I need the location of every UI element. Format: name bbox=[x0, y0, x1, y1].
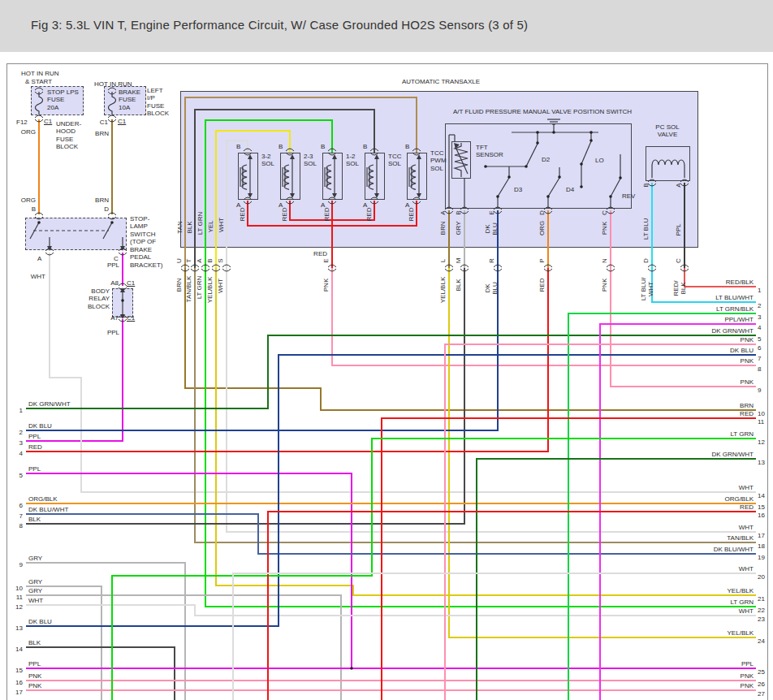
right-stub-number: 7 bbox=[758, 355, 761, 362]
diagram-label: ORG bbox=[538, 221, 546, 235]
diagram-label: A bbox=[196, 258, 203, 262]
right-stub-label: YEL/BLK bbox=[624, 629, 754, 637]
stop-lamp-switch-box bbox=[25, 218, 127, 250]
right-stub-label: PPL/WHT bbox=[624, 316, 754, 323]
wire-ppl bbox=[122, 319, 123, 442]
wire-yel_blk bbox=[448, 268, 450, 638]
wire-ppl_dk bbox=[684, 183, 685, 268]
solenoid-2-3 bbox=[280, 153, 300, 200]
left-stub-label: GRY bbox=[28, 587, 42, 594]
wire-yel bbox=[215, 130, 217, 268]
wire-lt_grn bbox=[371, 438, 373, 577]
wire-brn bbox=[111, 119, 113, 214]
tft-sensor-box bbox=[451, 141, 471, 179]
diagram-label: U bbox=[175, 258, 183, 263]
diagram-label: BLK bbox=[186, 221, 193, 233]
diagram-label: N bbox=[601, 258, 608, 263]
wire-lt_grn bbox=[205, 268, 206, 607]
diagram-label: 2-3 SOL bbox=[304, 153, 317, 168]
right-stub-label: ORG/BLK bbox=[624, 495, 754, 503]
right-stub-number: 17 bbox=[758, 532, 765, 539]
diagram-label: B bbox=[363, 143, 367, 150]
right-stub-label: RED bbox=[624, 503, 754, 511]
right-stub-number: 27 bbox=[758, 690, 765, 698]
wire-wht bbox=[226, 140, 227, 268]
left-stub-number: 2 bbox=[5, 429, 23, 436]
diagram-label: PNK bbox=[601, 222, 608, 235]
wire-gry bbox=[101, 585, 102, 700]
diagram-label: TAN/BLK bbox=[185, 276, 192, 303]
diagram-label: LT BLU bbox=[642, 218, 650, 240]
diagram-label: TAN bbox=[176, 221, 184, 233]
wire-lt_grn bbox=[111, 575, 373, 577]
right-stub-label: PNK bbox=[624, 357, 754, 365]
wire-red bbox=[381, 417, 382, 700]
diagram-label: YEL/BLK bbox=[206, 277, 214, 303]
left-stub-number: 3 bbox=[5, 439, 23, 447]
left-stub-number: 13 bbox=[5, 624, 23, 632]
wire-wht bbox=[226, 140, 248, 141]
right-stub-number: 11 bbox=[758, 418, 764, 426]
diagram-label: HOT IN RUN bbox=[21, 70, 59, 77]
left-stub-number: 11 bbox=[5, 594, 23, 601]
wire-wht bbox=[226, 268, 227, 533]
diagram-label: AUTOMATIC TRANSAXLE bbox=[319, 78, 563, 85]
right-stub-label: TAN/BLK bbox=[624, 534, 754, 542]
diagram-label: RED bbox=[323, 208, 330, 222]
diagram-label: C1 bbox=[127, 314, 135, 322]
left-stub-label: PPL bbox=[28, 433, 41, 440]
right-stub-number: 9 bbox=[758, 387, 761, 394]
left-stub-label: GRY bbox=[28, 555, 42, 562]
diagram-label: YEL bbox=[207, 220, 214, 232]
right-stub-number: 15 bbox=[758, 503, 765, 511]
wire-dk_blu bbox=[26, 625, 279, 627]
diagram-label: P bbox=[538, 258, 546, 262]
right-stub-number: 2 bbox=[758, 302, 761, 309]
right-stub-label: PNK bbox=[624, 672, 754, 680]
left-stub-number: 16 bbox=[5, 679, 23, 686]
diagram-label: TCC SOL bbox=[388, 153, 401, 168]
wiring-diagram: HOT IN RUN& STARTHOT IN RUNSTOP LPS FUSE… bbox=[0, 0, 773, 700]
diagram-label: STOP- LAMP SWITCH (TOP OF BRAKE PEDAL BR… bbox=[130, 215, 162, 269]
diagram-label: PC SOL VALVE bbox=[546, 123, 773, 139]
left-stub-label: PNK bbox=[28, 672, 41, 680]
right-stub-number: 20 bbox=[758, 573, 765, 581]
right-stub-label: PNK bbox=[624, 378, 754, 386]
diagram-label: LT GRN bbox=[196, 276, 203, 300]
diagram-label: A bbox=[439, 210, 447, 214]
diagram-label: REV bbox=[622, 192, 635, 200]
right-stub-label: WHT bbox=[624, 484, 754, 491]
right-stub-label: WHT bbox=[624, 565, 754, 573]
right-stub-number: 13 bbox=[758, 459, 765, 466]
left-stub-label: DK BLU bbox=[28, 422, 52, 430]
right-stub-label: LT GRN/BLK bbox=[624, 305, 754, 313]
diagram-label: BRN bbox=[175, 279, 183, 292]
diagram-label: B bbox=[206, 258, 214, 262]
diagram-label: PPL bbox=[0, 261, 119, 269]
left-stub-number: 5 bbox=[5, 472, 23, 479]
left-stub-label: DK BLU/WHT bbox=[28, 506, 68, 513]
right-stub-number: 12 bbox=[758, 439, 765, 446]
solenoid-tcc-pwm bbox=[407, 153, 427, 200]
right-stub-label: WHT bbox=[624, 607, 754, 615]
left-stub-number: 7 bbox=[5, 512, 23, 520]
diagram-label: M bbox=[455, 258, 462, 264]
diagram-label: RED bbox=[197, 250, 327, 257]
diagram-label: BODY RELAY BLOCK bbox=[0, 287, 110, 310]
left-stub-number: 1 bbox=[5, 407, 23, 414]
right-stub-label: PPL bbox=[624, 660, 754, 668]
left-stub-number: 10 bbox=[5, 585, 23, 592]
right-stub-label: PNK bbox=[624, 682, 754, 689]
diagram-label: E bbox=[488, 210, 495, 214]
right-stub-number: 4 bbox=[758, 324, 761, 331]
diagram-label: GRY bbox=[455, 221, 462, 235]
left-stub-label: RED bbox=[28, 443, 42, 451]
left-stub-number: 12 bbox=[5, 603, 23, 611]
diagram-label: YEL/BLK bbox=[439, 277, 447, 303]
diagram-label: PNK bbox=[322, 279, 330, 292]
wire-org bbox=[547, 210, 549, 268]
wire-lt_grn bbox=[205, 119, 206, 268]
wire-yel bbox=[215, 130, 291, 132]
diagram-label: BRN bbox=[439, 222, 447, 235]
diagram-label: BLK bbox=[455, 279, 462, 291]
